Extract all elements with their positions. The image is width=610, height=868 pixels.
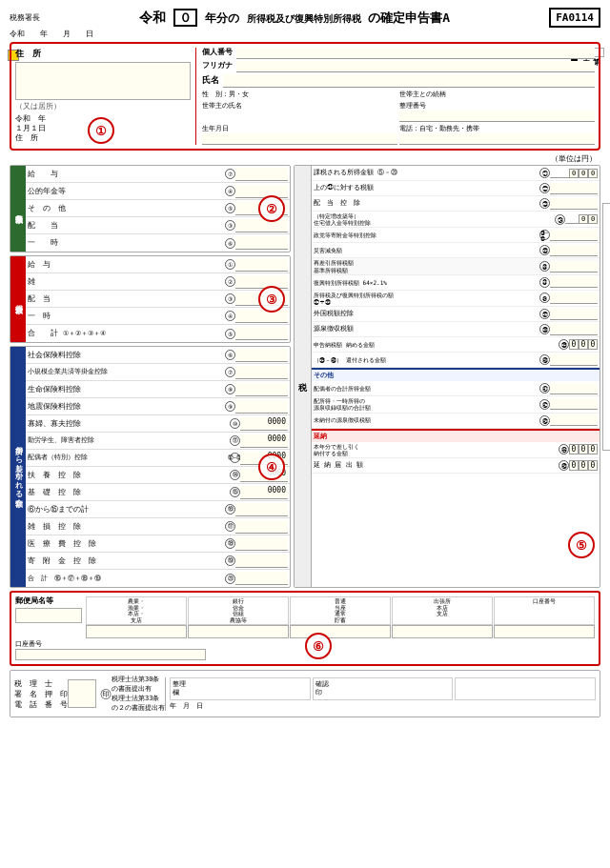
unit-label: （単位は円） [10,153,600,164]
shotoku-rows: 給 与 ① 雑 ② 配 当 ③ 一 時 [26,256,290,342]
form-id-box: FA0114 [549,8,600,28]
page: 税務署長 令和 ０ 年分の 所得税及び復興特別所得税 の確定申告書A FA011… [0,0,610,868]
rf-date: 年 月 日 [170,702,596,711]
tax-row-minou: 未納付の源泉徴収税額 ㊸ [312,414,600,429]
date-row: 令和 年 月 日 [10,29,600,39]
bank-input-5[interactable] [494,625,595,638]
tax-row-28-31: 再差引所得税額基準所得税額 ㊳ [312,258,600,274]
shotoku-row-kyuyo: 給 与 ① [26,256,290,273]
tax-row-fukko: 復興特別所得税額 64×2.1% ㉝ [312,275,600,291]
hanko-section: 税 理 士 署 名 押 印 電 話 番 号 ㊞ 税理士法第30条 の書面提出有 … [10,670,600,717]
bank-col-4: 出張所本店支店 [392,596,493,625]
tax-value-21: 0 0 0 [550,169,598,178]
income-section-box: 収入金額等 給 与 ⑦ 公的年金等 ④ そ の 他 ⑤ [10,165,291,252]
denwa-row: 電話：自宅・勤務先・携帯 [399,124,595,145]
tax-value-24: 0 0 [565,214,598,224]
tax-row-24: （特定増改築等）住宅借入金等特別控除 ㉔ 0 0 [312,212,600,228]
kojin-num-row: 個人番号 [202,48,595,59]
tax-sidebar: 税 [295,166,312,587]
tax-row-gensen: 源泉徴収税額 ㊳ [312,322,600,337]
bank-col-2: 銀行信金信組農協等 [188,596,289,625]
deduction-row-8: 基 礎 控 除 ⑮ 0000 [26,484,290,501]
tax-row-gaikoku: 外国税額控除 ㊲ [312,307,600,322]
tax-rows: 課税される所得金額 ⑤－⑳ ㉑ 0 0 0 上の㉑に対する税額 [312,166,600,587]
enno-header: 延納 [312,429,600,442]
address-left: 住 所 （又は居所） 令和 年 １月１日 住 所 [15,48,196,145]
bank-input-3[interactable] [290,625,391,638]
bank-left: 郵便局名等 [15,596,82,638]
hanko-stamp[interactable] [68,679,96,708]
income-row-haitou: 配 当 ③ [26,217,290,234]
tax-value-shinko: 0 0 0 [569,339,598,350]
bank-right: 農業・漁業・本店・支店 銀行信金信組農協等 普通当座通常貯蓄 出張所本店支店 口… [86,596,595,638]
income-row-sonota: そ の 他 ⑤ [26,200,290,217]
deduction-sidebar: 所得から差し引かれる金額 [10,347,26,587]
personal-details-grid: 性 別：男・女 世帯主との続柄 世帯主の氏名 整理番号 生年月日 電話：自宅・勤… [202,90,595,145]
income-row-koeki: 公的年金等 ④ [26,183,290,200]
address-inner: 住 所 （又は居所） 令和 年 １月１日 住 所 個人番号 フリガナ [15,48,595,145]
tax-row-22: 上の㉑に対する税額 ㉒ [312,181,600,196]
right-strip: 復興特別所得税額の記入をお忘れなく。 [602,203,610,451]
shotoku-sidebar: 所得金額 [10,256,26,342]
tax-row-honnen: 本年分で差し引く納付する金額 ㊹ 0 0 0 [312,442,600,458]
reiwa-date: 令和 年 １月１日 住 所 [15,114,191,143]
seiri-num: 整理番号 [399,101,595,122]
address-section: 住 所 （又は居所） 令和 年 １月１日 住 所 個人番号 フリガナ [10,42,600,151]
tax-row-21: 課税される所得金額 ⑤－⑳ ㉑ 0 0 0 [312,166,600,181]
shotoku-row-zatsu: 雑 ② [26,273,290,291]
income-row-ichiji: 一 時 ⑥ [26,234,290,252]
tax-row-shinko: 申告納税額 納める金額 ㊴ 0 0 0 [312,337,600,353]
bank-kouza-row: 口座番号 [15,640,595,660]
seinen-row: 生年月日 [202,124,397,145]
sonota-header: その他 [312,368,600,381]
hanko-mark: ㊞ [100,686,112,702]
shotoku-row-haitou: 配 当 ③ [26,291,290,308]
haigusya-label: 世帯主との続柄 [399,90,595,99]
shimei-input[interactable] [223,74,595,88]
bank-col-1: 農業・漁業・本店・支店 [86,596,187,625]
deduction-row-0: 社会保険料控除 ⑥ [26,347,290,364]
hanko-area: ㊞ [68,679,112,708]
kojin-num-input[interactable] [236,48,595,59]
kouza-input[interactable] [15,649,206,660]
rf-1: 整理欄 [170,677,311,700]
tax-row-haitou-shotoku: 配所得・一時所得の源泉収録収額の合計額 ㊷ [312,396,600,413]
deduction-row-6: 配偶者（特別）控除 ⑫~⑬ 0000 [26,450,290,467]
deduction-row-13: 合 計 ⑯＋⑰＋⑱＋⑲ ⑳ [26,570,290,587]
furigana-label: フリガナ [202,61,233,72]
tax-row-disaster: 災害減免額 ㉝ [312,243,600,258]
furigana-row: フリガナ [202,61,595,72]
tax-row-25: 政党等寄附金等特別控除 ㉕~㉗ [312,228,600,243]
bank-input-2[interactable] [188,625,289,638]
shimei-row: 氏名 [202,74,595,88]
yubin-input[interactable] [15,608,82,623]
mataha-label: （又は居所） [15,102,191,111]
zeimusho-label: 税務署長 [10,12,40,23]
right-column: 税 課税される所得金額 ⑤－⑳ ㉑ 0 0 0 [294,165,600,588]
furigana-input[interactable] [236,61,595,72]
tax-row-haigusya: 配偶者の合計所得金額 ㊶ [312,381,600,396]
deduction-rows: 社会保険料控除 ⑥ 小規模企業共済等掛金控除 ⑦ 生命保険料控除 ⑧ [26,347,290,587]
haigu-label: 世帯主の氏名 [202,101,397,122]
rf-2: 確認印 [313,677,454,700]
jyusho-label: 住 所 [15,48,191,60]
bank-col-3: 普通当座通常貯蓄 [290,596,391,625]
bank-headers: 農業・漁業・本店・支店 銀行信金信組農協等 普通当座通常貯蓄 出張所本店支店 口… [86,596,595,625]
bank-input-1[interactable] [86,625,187,638]
shotoku-row-ichiji: 一 時 ④ [26,308,290,325]
deduction-row-1: 小規模企業共済等掛金控除 ⑦ [26,364,290,381]
tax-value-honnen: 0 0 0 [569,444,598,454]
hanko-right-fields: 整理欄 確認印 年 月 日 [165,677,596,711]
bank-section: 郵便局名等 農業・漁業・本店・支店 銀行信金信組農協等 普通当座通常貯蓄 出張所… [10,591,600,666]
deduction-row-11: 医 療 費 控 除 ⑱ [26,535,290,553]
bank-input-4[interactable] [392,625,493,638]
header-row: 税務署長 令和 ０ 年分の 所得税及び復興特別所得税 の確定申告書A FA011… [10,8,600,28]
rf-3 [455,677,596,700]
jyusho-input[interactable] [15,62,191,100]
deduction-row-9: ⑥から⑮までの計 ⑯ [26,501,290,518]
page-title: 令和 ０ 年分の 所得税及び復興特別所得税 の確定申告書A [40,10,549,27]
tax-row-kanpu: （㊴－㊵） 還付される金額 ㊵ [312,353,600,368]
bank-inputs [86,625,595,638]
zeirishi-label: 税 理 士 署 名 押 印 電 話 番 号 [14,678,68,710]
tax-row-gokei: 所得税及び復興特別所得税の額㉜＋㉝ ㉞ [312,291,600,307]
